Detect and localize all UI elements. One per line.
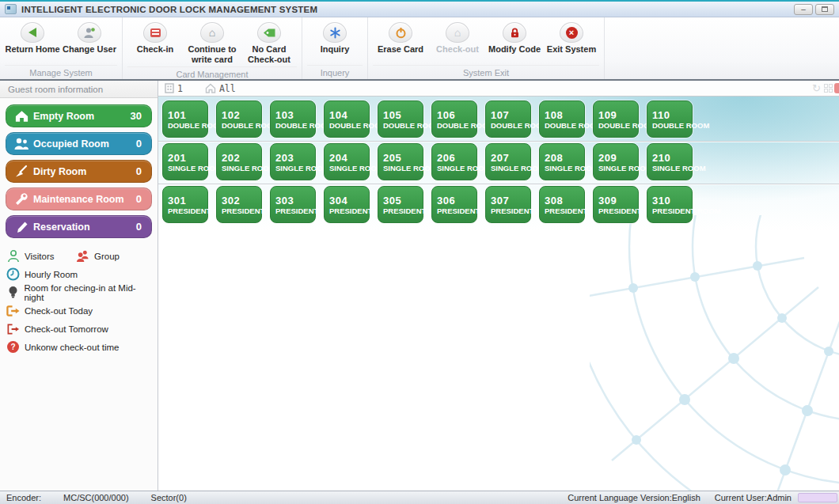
unknown-checkout-item[interactable]: ? Unkonw check-out time (6, 339, 151, 355)
tab-floor-1[interactable]: 1 (161, 81, 191, 96)
window-title: INTELLIGENT ELECTRONIC DOOR LOCK MANAGEM… (21, 5, 317, 14)
language-status: Current Language Version:English (568, 493, 700, 502)
toolbar-spacer (605, 17, 839, 79)
toolbar-group-card-management: Check-in ⌂ Continue to write card No Car… (123, 17, 302, 79)
return-home-button[interactable]: Return Home (5, 21, 60, 55)
midnight-checkin-item[interactable]: Room for checing-in at Mid-night (6, 284, 151, 301)
dirty-room-button[interactable]: Dirty Room 0 (6, 160, 152, 183)
refresh-icon[interactable]: ↻ (812, 83, 821, 93)
room-button-108[interactable]: 108DOUBLE ROOM (539, 100, 585, 138)
room-button-103[interactable]: 103DOUBLE ROOM (270, 100, 316, 138)
wrench-icon (14, 192, 28, 206)
room-button-307[interactable]: 307PRESIDENT ROOM (485, 186, 531, 223)
tab-all[interactable]: All (202, 81, 244, 96)
room-grid-area: 101DOUBLE ROOM102DOUBLE ROOM103DOUBLE RO… (158, 97, 839, 491)
empty-room-button[interactable]: Empty Room 30 (6, 104, 152, 127)
title-bar: INTELLIGENT ELECTRONIC DOOR LOCK MANAGEM… (0, 0, 839, 17)
room-button-209[interactable]: 209SINGLE ROOM (593, 143, 639, 180)
tag-icon (263, 28, 276, 38)
inquiry-button[interactable]: Inquiry (307, 21, 363, 55)
room-panel: 1 All ↻ (158, 81, 839, 491)
room-button-203[interactable]: 203SINGLE ROOM (270, 143, 316, 180)
checkout-tomorrow-item[interactable]: Check-out Tomorrow (6, 320, 151, 337)
dirty-room-count: 0 (136, 165, 142, 177)
continue-write-card-button[interactable]: ⌂ Continue to write card (184, 21, 240, 65)
room-button-301[interactable]: 301PRESIDENT ROOM (162, 186, 208, 223)
room-button-110[interactable]: 110DOUBLE ROOM (647, 100, 693, 138)
room-button-303[interactable]: 303PRESIDENT ROOM (270, 186, 316, 223)
group-icon (76, 249, 89, 263)
toolbar-group-system-exit: Erase Card ⌂ Check-out Modify Code × Ex (368, 17, 605, 79)
guest-room-sidebar: Guest room information Empty Room 30 (0, 81, 158, 491)
door-lock-management-window: { "window": { "title": "INTELLIGENT ELEC… (0, 0, 839, 504)
room-row: 201SINGLE ROOM202SINGLE ROOM203SINGLE RO… (158, 142, 839, 184)
question-icon: ? (7, 341, 19, 353)
room-button-202[interactable]: 202SINGLE ROOM (216, 143, 262, 180)
maintenance-room-button[interactable]: Maintenance Room 0 (6, 188, 152, 210)
room-button-101[interactable]: 101DOUBLE ROOM (162, 100, 208, 138)
power-icon (395, 27, 407, 39)
room-button-104[interactable]: 104DOUBLE ROOM (324, 100, 370, 138)
home-icon (205, 83, 216, 93)
group-label-manage-system: Manage System (5, 65, 117, 79)
room-button-309[interactable]: 309PRESIDENT ROOM (593, 186, 639, 223)
restore-button[interactable] (815, 4, 834, 15)
room-button-305[interactable]: 305PRESIDENT ROOM (378, 186, 423, 223)
group-label-system-exit: System Exit (373, 65, 599, 79)
status-chip (798, 493, 837, 502)
sector-value: Sector(0) (151, 493, 187, 502)
no-card-checkout-button[interactable]: No Card Check-out (241, 21, 297, 65)
visitor-icon (7, 249, 20, 263)
room-button-304[interactable]: 304PRESIDENT ROOM (324, 186, 370, 223)
room-button-310[interactable]: 310PRESIDENT ROOM (647, 186, 693, 223)
room-button-302[interactable]: 302PRESIDENT ROOM (216, 186, 262, 223)
encoder-label: Encoder: (6, 493, 41, 502)
hourly-room-item[interactable]: Hourly Room (6, 266, 151, 282)
room-button-109[interactable]: 109DOUBLE ROOM (593, 100, 639, 138)
check-in-card-icon (150, 28, 161, 37)
layout-grid-icon[interactable] (824, 84, 833, 93)
room-button-308[interactable]: 308PRESIDENT ROOM (539, 186, 585, 223)
room-button-201[interactable]: 201SINGLE ROOM (162, 143, 208, 180)
room-button-102[interactable]: 102DOUBLE ROOM (216, 100, 262, 138)
group-label-card-management: Card Management (127, 66, 297, 81)
room-button-105[interactable]: 105DOUBLE ROOM (378, 100, 423, 138)
return-home-icon (28, 28, 36, 37)
room-button-206[interactable]: 206SINGLE ROOM (431, 143, 477, 180)
room-button-204[interactable]: 204SINGLE ROOM (324, 143, 370, 180)
room-row: 301PRESIDENT ROOM302PRESIDENT ROOM303PRE… (158, 184, 839, 226)
bulb-icon (8, 286, 18, 299)
group-item[interactable]: Group (76, 248, 120, 264)
room-button-107[interactable]: 107DOUBLE ROOM (485, 100, 531, 138)
checkout-today-item[interactable]: Check-out Today (6, 302, 151, 319)
reservation-button[interactable]: Reservation 0 (6, 215, 152, 238)
visitors-item[interactable]: Visitors (6, 248, 71, 264)
room-button-205[interactable]: 205SINGLE ROOM (378, 143, 423, 180)
check-in-button[interactable]: Check-in (127, 21, 183, 55)
checkout-tomorrow-icon (6, 323, 20, 335)
restore-icon (822, 6, 828, 12)
room-button-306[interactable]: 306PRESIDENT ROOM (431, 186, 477, 223)
building-icon (165, 83, 174, 93)
globe-decoration (590, 215, 839, 491)
room-row: 101DOUBLE ROOM102DOUBLE ROOM103DOUBLE RO… (158, 99, 839, 142)
write-card-icon: ⌂ (209, 27, 215, 38)
minimize-button[interactable]: – (794, 4, 813, 15)
floor-tab-strip: 1 All ↻ (158, 81, 839, 97)
occupied-room-button[interactable]: Occupied Room 0 (6, 132, 152, 155)
room-button-208[interactable]: 208SINGLE ROOM (539, 143, 585, 180)
exit-system-button[interactable]: × Exit System (544, 21, 599, 55)
group-label-inquery: Inquery (307, 65, 363, 79)
room-button-106[interactable]: 106DOUBLE ROOM (431, 100, 477, 138)
pencil-icon (15, 220, 28, 233)
erase-card-button[interactable]: Erase Card (373, 21, 428, 55)
clock-icon (6, 267, 20, 281)
change-user-icon (83, 27, 96, 39)
ribbon-toolbar: Return Home Change User Manage System Ch… (0, 17, 839, 81)
check-out-button[interactable]: ⌂ Check-out (430, 21, 485, 55)
change-user-button[interactable]: Change User (62, 21, 117, 55)
status-bar: Encoder: MC/SC(000/000) Sector(0) Curren… (0, 491, 839, 504)
modify-code-button[interactable]: Modify Code (487, 21, 542, 55)
room-button-210[interactable]: 210SINGLE ROOM (647, 143, 693, 180)
room-button-207[interactable]: 207SINGLE ROOM (485, 143, 531, 180)
